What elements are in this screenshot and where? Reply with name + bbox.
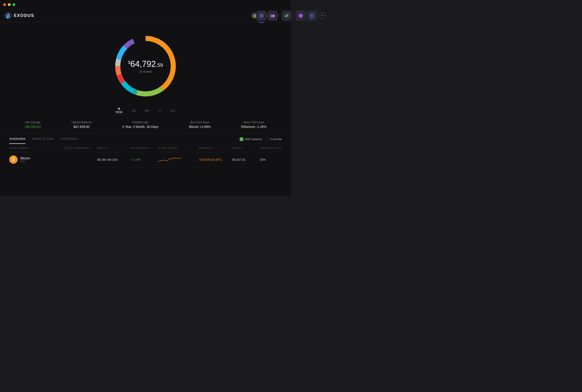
btc-sparkline bbox=[158, 156, 181, 163]
btc-balance: 0.60205315 BTC bbox=[199, 158, 232, 162]
btc-name: Bitcoin bbox=[20, 156, 30, 160]
nav-separator bbox=[280, 12, 280, 19]
sort-asset-name-icon: ⇅ bbox=[28, 147, 30, 149]
stat-best-asset: Best 24H Asset Bitcoin +2.89% bbox=[189, 121, 211, 128]
filter-favorite[interactable]: Favorite bbox=[266, 137, 282, 141]
nav-exchange[interactable] bbox=[282, 11, 291, 21]
tabs-filters: ✓ With balance Favorite bbox=[240, 137, 282, 144]
time-all[interactable]: ALL bbox=[170, 109, 175, 112]
portfolio-section: $64,792.59 10 Assets NOW 1M 6M 1Y ALL bbox=[0, 22, 291, 118]
asset-table: ASSET NAME ⇅ ? APY REWARDS ⇅ PRICE ⇅ 24H… bbox=[0, 144, 291, 167]
th-value: VALUE ⇅ bbox=[232, 146, 260, 150]
th-portfolio-pct: PORTFOLIO % ⇅ bbox=[260, 146, 282, 150]
asset-info-btc: ₿ Bitcoin BTC bbox=[9, 156, 64, 164]
sort-price-icon: ⇅ bbox=[107, 147, 108, 149]
btc-price: $9,364.48 USD bbox=[98, 158, 130, 162]
tab-portfolio[interactable]: PORTFOLIO bbox=[60, 137, 78, 144]
nav-wallet[interactable] bbox=[268, 11, 278, 21]
btc-portfolio-pct: 33% bbox=[260, 158, 282, 162]
apy-help-icon[interactable]: ? bbox=[64, 146, 68, 150]
donut-chart-container: $64,792.59 10 Assets bbox=[108, 29, 182, 103]
th-30day-trend: 30 DAY TREND bbox=[158, 146, 199, 150]
sort-value-icon: ⇅ bbox=[242, 147, 244, 149]
time-selector: NOW 1M 6M 1Y ALL bbox=[116, 108, 176, 116]
sort-apy-icon: ⇅ bbox=[89, 147, 91, 149]
th-apy: ? APY REWARDS ⇅ bbox=[64, 146, 98, 150]
close-dot[interactable] bbox=[3, 3, 6, 6]
logo: EXODUS bbox=[5, 12, 34, 19]
btc-ticker: BTC bbox=[20, 160, 30, 163]
titlebar bbox=[0, 0, 291, 9]
filter-with-balance[interactable]: ✓ With balance bbox=[240, 137, 262, 141]
svg-point-6 bbox=[261, 15, 262, 16]
table-header: ASSET NAME ⇅ ? APY REWARDS ⇅ PRICE ⇅ 24H… bbox=[9, 144, 282, 152]
tab-price-action[interactable]: PRICE ACTION bbox=[32, 137, 54, 144]
logo-text: EXODUS bbox=[14, 13, 34, 18]
donut-center: $64,792.59 10 Assets bbox=[128, 59, 163, 73]
btc-name-group: Bitcoin BTC bbox=[20, 156, 30, 163]
stat-worst-asset: Worst 24H Asset Ethereum -1,25% bbox=[241, 121, 266, 128]
time-1m[interactable]: 1M bbox=[132, 109, 136, 112]
btc-value: $5,637.91 bbox=[232, 158, 260, 162]
portfolio-assets-label: 10 Assets bbox=[128, 70, 163, 73]
sort-portfolio-icon: ⇅ bbox=[280, 147, 282, 149]
favorite-checkbox[interactable] bbox=[266, 137, 270, 141]
tab-overview[interactable]: OVERVIEW bbox=[9, 137, 26, 144]
th-24h-change: 24H CHANGE ⇅ bbox=[130, 146, 158, 150]
th-price: PRICE ⇅ bbox=[98, 146, 130, 150]
btc-trend bbox=[158, 156, 199, 164]
time-6m[interactable]: 6M bbox=[145, 109, 149, 112]
header: EXODUS bbox=[0, 9, 291, 22]
tabs: OVERVIEW PRICE ACTION PORTFOLIO bbox=[9, 137, 78, 144]
maximize-dot[interactable] bbox=[12, 3, 15, 6]
nav-portfolio[interactable] bbox=[256, 11, 266, 21]
favorite-label: Favorite bbox=[271, 137, 282, 141]
stats-row: 24h Change +$2,930.03 Highest Balance $4… bbox=[0, 118, 291, 134]
sort-change-icon: ⇅ bbox=[149, 147, 150, 149]
btc-change: +7.14% bbox=[130, 158, 158, 162]
exodus-logo-icon bbox=[5, 12, 12, 19]
th-asset-name: ASSET NAME ⇅ bbox=[9, 146, 64, 150]
table-row[interactable]: ₿ Bitcoin BTC $9,364.48 USD +7.14% 0.602… bbox=[9, 152, 282, 167]
tabs-section: OVERVIEW PRICE ACTION PORTFOLIO ✓ With b… bbox=[0, 134, 291, 144]
time-1y[interactable]: 1Y bbox=[158, 109, 161, 112]
btc-icon: ₿ bbox=[9, 156, 18, 164]
portfolio-amount: $64,792.59 bbox=[128, 59, 163, 69]
th-balance: BALANCE ⇅ bbox=[199, 146, 232, 150]
svg-rect-8 bbox=[273, 15, 274, 17]
stat-24h-change: 24h Change +$2,930.03 bbox=[24, 121, 41, 128]
with-balance-label: With balance bbox=[245, 137, 262, 141]
stat-highest-balance: Highest Balance $47,839.82 bbox=[72, 121, 92, 128]
time-dot bbox=[118, 108, 120, 110]
minimize-dot[interactable] bbox=[8, 3, 11, 6]
stat-portfolio-age: Portfolio Age 2 Year, 3 Month, 30 Days bbox=[122, 121, 158, 128]
main-content: $64,792.59 10 Assets NOW 1M 6M 1Y ALL 24… bbox=[0, 22, 291, 196]
time-now[interactable]: NOW bbox=[116, 108, 122, 114]
sort-balance-icon: ⇅ bbox=[213, 147, 215, 149]
with-balance-checkbox[interactable]: ✓ bbox=[240, 137, 243, 141]
header-nav: + bbox=[256, 11, 291, 21]
